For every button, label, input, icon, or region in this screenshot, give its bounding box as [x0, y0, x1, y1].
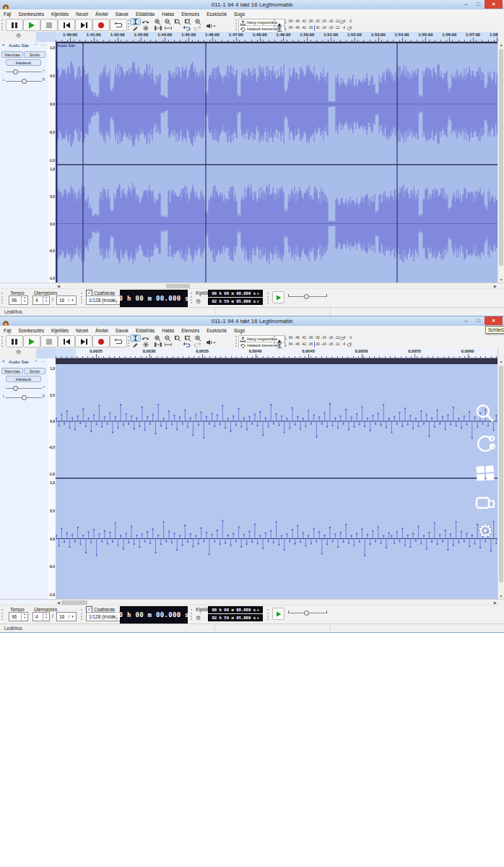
timeline-options-gear-icon[interactable]: ⚙ [16, 33, 21, 39]
maximize-button[interactable]: □ [472, 0, 485, 9]
play-speed-slider[interactable] [287, 608, 329, 618]
selection-tool-button[interactable] [131, 335, 140, 341]
envelope-tool-button[interactable] [141, 19, 150, 25]
timeline-options-gear-icon[interactable]: ⚙ [16, 349, 21, 355]
audio-setup-button[interactable]: Hangbeállítások [189, 19, 233, 31]
loop-button[interactable] [110, 19, 127, 31]
menu-edit[interactable]: Szerkesztés [14, 12, 47, 17]
close-button[interactable]: × [485, 0, 503, 9]
pan-slider[interactable]: L R [3, 77, 45, 85]
menu-view[interactable]: Nézet [72, 328, 92, 333]
scroll-up-icon[interactable]: ▲ [498, 42, 504, 48]
track-name[interactable]: Audio Sáv [9, 43, 29, 48]
skip-start-button[interactable] [58, 335, 75, 348]
audio-setup-button[interactable]: Hangbeállítások [189, 335, 233, 348]
playback-volume-slider[interactable] [347, 343, 351, 347]
menu-effect[interactable]: Hatás [158, 12, 178, 17]
track-menu-icon[interactable]: ⋯ [41, 358, 46, 363]
audio-position-display[interactable]: 00 h 00 m 00.000 s▼ [120, 290, 188, 307]
title-bar[interactable]: 011-1 94 4 takt 16 Legfinomabb – □ × [0, 316, 504, 326]
mute-button[interactable]: Némítás [1, 51, 23, 58]
solo-button[interactable]: Szóló [24, 51, 45, 58]
zoom-selection-button[interactable] [173, 19, 183, 25]
timeline-ruler[interactable]: 1:40:001:41:001:42:001:43:001:44:001:45:… [56, 32, 498, 42]
track-name[interactable]: Audio Sáv [9, 359, 29, 364]
minimize-button[interactable]: – [460, 316, 472, 325]
menu-help[interactable]: Súgó [230, 328, 248, 333]
envelope-tool-button[interactable] [141, 335, 150, 341]
title-bar[interactable]: 011-1 94 4 takt 16 Legfinomabb – □ × [0, 0, 504, 9]
loop-button[interactable] [110, 335, 127, 348]
recording-volume-slider[interactable] [340, 20, 344, 24]
start-charm-icon[interactable] [474, 462, 497, 485]
beats-lower-dropdown[interactable]: 16▼ [56, 612, 77, 621]
vertical-scrollbar[interactable]: ▲ ▼ [498, 42, 504, 282]
tempo-field[interactable]: 96▲▼ [9, 612, 28, 621]
devices-charm-icon[interactable] [474, 491, 497, 514]
menu-file[interactable]: Fájl [0, 12, 14, 17]
selection-options-gear-icon[interactable]: ⚙ [196, 298, 201, 305]
menu-transport[interactable]: Átvitel [92, 12, 112, 17]
play-button[interactable] [23, 19, 40, 31]
trim-outside-selection-button[interactable] [153, 25, 162, 31]
menu-generate[interactable]: Előállítás [132, 328, 158, 333]
menu-select[interactable]: Kijelölés [48, 328, 72, 333]
playback-volume-slider[interactable] [347, 27, 351, 30]
gain-slider[interactable]: - + [3, 68, 45, 75]
trim-outside-selection-button[interactable] [153, 342, 162, 348]
silence-selection-button[interactable] [163, 25, 173, 31]
pan-slider[interactable]: L R [3, 394, 45, 401]
pause-button[interactable] [6, 19, 23, 31]
timeline-ruler[interactable]: 0,00250,00300,00350,00400,00450,00500,00… [56, 348, 498, 358]
selection-end-display[interactable]: 02 h 59 m 05.000 s▼ [208, 614, 263, 621]
track-close-button[interactable]: × [2, 43, 5, 47]
recording-meter[interactable]: LR -54-48-42-36-30-24-18-12-60 [277, 335, 356, 341]
skip-end-button[interactable] [75, 19, 92, 31]
beats-upper-field[interactable]: 4▲▼ [32, 296, 50, 305]
menu-analyze[interactable]: Elemzés [178, 328, 203, 333]
menu-generate[interactable]: Előállítás [132, 12, 158, 17]
tempo-field[interactable]: 96▲▼ [9, 296, 28, 305]
waveform-display[interactable]: Audio Sáv [56, 358, 498, 599]
skip-start-button[interactable] [58, 19, 75, 31]
track-collapse-icon[interactable]: ⌃ [34, 43, 38, 48]
menu-select[interactable]: Kijelölés [48, 12, 72, 17]
menu-transport[interactable]: Átvitel [92, 328, 112, 333]
selection-start-display[interactable]: 00 h 00 m 00.000 s▼ [208, 290, 263, 297]
stop-button[interactable] [40, 335, 58, 348]
menu-view[interactable]: Nézet [72, 12, 92, 17]
zoom-out-button[interactable] [163, 335, 173, 341]
menu-file[interactable]: Fájl [0, 328, 14, 333]
multi-tool-button[interactable] [141, 25, 150, 31]
minimize-button[interactable]: – [460, 0, 472, 9]
waveform-display[interactable]: Audio Sáv [56, 42, 498, 282]
selection-options-gear-icon[interactable]: ⚙ [196, 615, 201, 621]
close-button[interactable]: × [485, 316, 503, 325]
multi-tool-button[interactable] [141, 342, 150, 348]
maximize-button[interactable]: □ [472, 316, 485, 325]
share-charm-icon[interactable] [474, 432, 497, 455]
audio-position-display[interactable]: 00 h 00 m 00.000 s▼ [120, 606, 188, 624]
menu-tracks[interactable]: Sávok [112, 12, 132, 17]
play-at-speed-button[interactable] [272, 291, 284, 303]
solo-button[interactable]: Szóló [24, 368, 45, 374]
selection-tool-button[interactable] [131, 19, 140, 25]
record-button[interactable] [92, 19, 110, 31]
playback-meter[interactable]: LR -54-48-42-36-30-24-18-12-60 [277, 25, 356, 31]
playback-meter[interactable]: LR -54-48-42-36-30-24-18-12-60 [277, 342, 356, 348]
recording-volume-slider[interactable] [340, 337, 344, 340]
effects-button[interactable]: Hatások [6, 59, 41, 66]
beats-lower-dropdown[interactable]: 16▼ [56, 296, 77, 305]
menu-tracks[interactable]: Sávok [112, 328, 132, 333]
recording-meter[interactable]: LR -54-48-42-36-30-24-18-12-60 [277, 19, 356, 25]
skip-end-button[interactable] [75, 335, 92, 348]
scroll-down-icon[interactable]: ▼ [498, 277, 504, 282]
draw-tool-button[interactable] [131, 25, 140, 31]
beats-upper-field[interactable]: 4▲▼ [32, 612, 50, 621]
zoom-in-button[interactable] [153, 19, 162, 25]
pause-button[interactable] [6, 335, 23, 348]
menu-tools[interactable]: Eszközök [203, 328, 230, 333]
zoom-selection-button[interactable] [173, 335, 183, 341]
selection-end-display[interactable]: 02 h 59 m 05.000 s▼ [208, 298, 263, 305]
play-at-speed-button[interactable] [272, 608, 284, 620]
